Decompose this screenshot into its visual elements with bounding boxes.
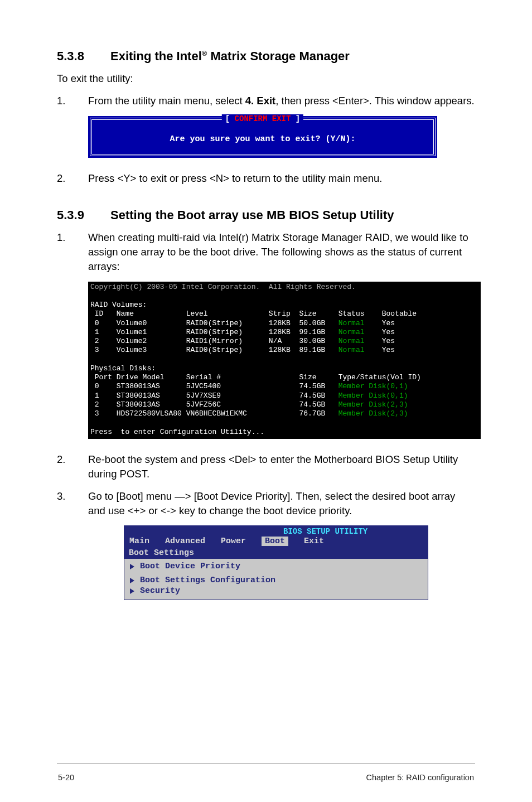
step-text: Press <Y> to exit or press <N> to return… <box>88 171 475 186</box>
section-title: Exiting the Intel® Matrix Storage Manage… <box>110 49 350 64</box>
section-number: 5.3.8 <box>57 49 110 64</box>
step-number: 1. <box>57 94 88 108</box>
bios-setup-screen: BIOS SETUP UTILITY MainAdvancedPowerBoot… <box>124 525 428 600</box>
section-title: Setting the Boot array use MB BIOS Setup… <box>110 208 394 223</box>
step-text: Re-boot the system and press <Del> to en… <box>88 452 475 481</box>
bracket-left: [ <box>225 114 235 123</box>
title-sup: ® <box>202 49 207 57</box>
bios-tab-boot[interactable]: Boot <box>262 537 288 546</box>
step-539-3: 3. Go to [Boot] menu —> [Boot Device Pri… <box>57 489 475 518</box>
step-number: 2. <box>57 452 88 481</box>
step-number: 3. <box>57 489 88 518</box>
step-538-2: 2. Press <Y> to exit or press <N> to ret… <box>57 171 475 186</box>
bios-item-label: Security <box>140 586 180 596</box>
text-post: , then press <Enter>. This window appear… <box>275 95 475 107</box>
step-text: From the utility main menu, select 4. Ex… <box>88 94 475 108</box>
confirm-message: Are you sure you want to exit? (Y/N): <box>99 134 427 144</box>
bios-item-label: Boot Settings Configuration <box>140 576 275 585</box>
bios-tabs: MainAdvancedPowerBootExit <box>127 537 425 546</box>
title-pre: Exiting the Intel <box>110 49 202 63</box>
bios-tab-exit[interactable]: Exit <box>304 537 324 546</box>
section-heading-538: 5.3.8 Exiting the Intel® Matrix Storage … <box>57 49 475 64</box>
bios-item[interactable]: Boot Settings Configuration <box>128 575 424 586</box>
step-539-2: 2. Re-boot the system and press <Del> to… <box>57 452 475 481</box>
section-heading-539: 5.3.9 Setting the Boot array use MB BIOS… <box>57 208 475 223</box>
raid-arrays-screen: Copyright(C) 2003-05 Intel Corporation. … <box>88 282 475 439</box>
footer-right: Chapter 5: RAID configuration <box>366 773 474 782</box>
bios-items: Boot Device PriorityBoot Settings Config… <box>124 559 428 600</box>
text-pre: From the utility main menu, select <box>88 95 245 107</box>
bios-tab-main[interactable]: Main <box>129 537 149 546</box>
confirm-title: [ CONFIRM EXIT ] <box>222 114 303 123</box>
step-text: When creating multi-raid via Intel(r) Ma… <box>88 230 475 274</box>
step-number: 1. <box>57 230 88 274</box>
triangle-icon <box>130 588 134 594</box>
step-number: 2. <box>57 171 88 186</box>
title-post: Matrix Storage Manager <box>207 49 350 63</box>
step-538-1: 1. From the utility main menu, select 4.… <box>57 94 475 108</box>
bracket-right: ] <box>291 114 300 123</box>
section-number: 5.3.9 <box>57 208 110 223</box>
footer-left: 5-20 <box>58 773 74 782</box>
text-bold: 4. Exit <box>245 95 276 107</box>
footer-rule <box>57 764 475 764</box>
bios-item-label: Boot Device Priority <box>140 562 240 571</box>
bios-title: BIOS SETUP UTILITY <box>127 527 425 536</box>
bios-tab-power[interactable]: Power <box>221 537 246 546</box>
bios-tab-advanced[interactable]: Advanced <box>165 537 205 546</box>
bios-item[interactable]: Boot Device Priority <box>128 561 424 572</box>
triangle-icon <box>130 564 134 569</box>
bios-section-header: Boot Settings <box>124 547 428 559</box>
confirm-title-text: CONFIRM EXIT <box>235 114 291 123</box>
page-footer: 5-20 Chapter 5: RAID configuration <box>0 773 532 802</box>
triangle-icon <box>130 578 134 583</box>
confirm-exit-dialog: [ CONFIRM EXIT ] Are you sure you want t… <box>88 116 475 158</box>
bios-item[interactable]: Security <box>128 586 424 596</box>
intro-text: To exit the utility: <box>57 71 475 86</box>
step-539-1: 1. When creating multi-raid via Intel(r)… <box>57 230 475 274</box>
step-text: Go to [Boot] menu —> [Boot Device Priori… <box>88 489 475 518</box>
